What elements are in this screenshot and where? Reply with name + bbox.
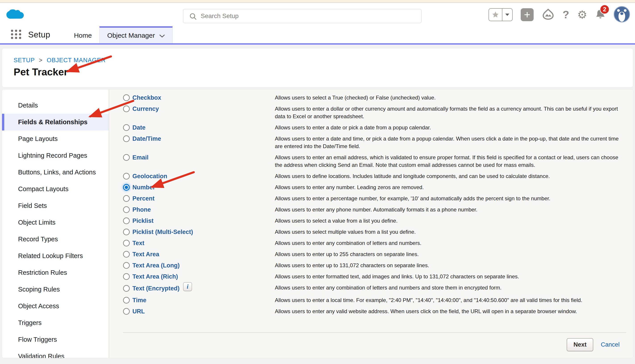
field-type-option: Text Area (Long) (123, 262, 275, 269)
object-sidebar: Details Fields & Relationships Page Layo… (2, 90, 109, 358)
info-icon[interactable]: i (183, 282, 192, 291)
add-icon[interactable] (521, 8, 534, 21)
search-input[interactable] (183, 9, 422, 23)
sidebar-item-page-layouts[interactable]: Page Layouts (2, 130, 109, 147)
field-type-label[interactable]: Number (132, 184, 155, 191)
sidebar-item-restriction-rules[interactable]: Restriction Rules (2, 264, 109, 281)
field-type-label[interactable]: Date (132, 124, 146, 131)
trailhead-icon[interactable] (542, 8, 555, 21)
radio-text-area[interactable] (123, 251, 130, 258)
field-type-option: Time (123, 296, 275, 304)
help-icon[interactable]: ? (563, 9, 569, 20)
field-type-description: Allows users to enter a date or pick a d… (275, 124, 626, 131)
app-launcher-icon[interactable] (10, 28, 22, 41)
favorites-split-button (489, 8, 513, 21)
radio-text[interactable] (123, 240, 130, 246)
radio-url[interactable] (123, 308, 130, 315)
field-type-label[interactable]: Text (132, 239, 144, 247)
radio-email[interactable] (123, 154, 130, 161)
avatar[interactable] (613, 6, 630, 24)
field-type-row-date: Date Allows users to enter a date or pic… (123, 124, 626, 135)
field-type-label[interactable]: Text Area (Long) (132, 262, 180, 269)
sidebar-item-details[interactable]: Details (2, 97, 109, 114)
salesforce-cloud-logo[interactable] (6, 8, 25, 22)
field-type-description: Allows users to enter a date and time, o… (275, 135, 626, 150)
field-type-label[interactable]: Time (132, 296, 146, 304)
radio-number[interactable] (123, 184, 130, 191)
favorites-dropdown-icon[interactable] (502, 9, 512, 21)
field-type-label[interactable]: Picklist (132, 217, 154, 224)
field-type-label[interactable]: Text (Encrypted) (132, 284, 179, 292)
sidebar-item-label: Validation Rules (18, 352, 64, 358)
sidebar-item-scoping-rules[interactable]: Scoping Rules (2, 281, 109, 298)
radio-date[interactable] (123, 124, 130, 131)
field-type-option: Geolocation (123, 172, 275, 180)
field-type-description: Allows users to enter up to 131,072 char… (275, 262, 626, 269)
field-type-option: Percent (123, 195, 275, 202)
setup-gear-icon[interactable]: ⚙ (577, 9, 587, 20)
search-icon (189, 13, 197, 21)
notification-bell-icon[interactable]: 2 (595, 9, 605, 20)
cancel-link[interactable]: Cancel (601, 341, 619, 348)
sidebar-item-label: Details (18, 102, 38, 109)
radio-currency[interactable] (123, 106, 130, 112)
field-type-label[interactable]: Checkbox (132, 94, 161, 102)
sidebar-item-fields-relationships[interactable]: Fields & Relationships (2, 114, 109, 130)
field-type-option: Text Area (123, 250, 275, 258)
favorites-star-icon[interactable] (489, 9, 502, 21)
radio-checkbox[interactable] (123, 94, 130, 101)
radio-text-area-long[interactable] (123, 262, 130, 269)
sidebar-item-object-limits[interactable]: Object Limits (2, 214, 109, 231)
field-type-label[interactable]: Phone (132, 206, 151, 214)
field-type-label[interactable]: Geolocation (132, 172, 167, 180)
breadcrumb-setup-link[interactable]: SETUP (14, 57, 35, 64)
sidebar-item-label: Page Layouts (18, 135, 58, 142)
field-type-label[interactable]: Date/Time (132, 135, 161, 142)
breadcrumb-object-manager-link[interactable]: OBJECT MANAGER (47, 57, 106, 64)
field-type-label[interactable]: Percent (132, 195, 155, 202)
field-type-row-picklist-multi-select: Picklist (Multi-Select) Allows users to … (123, 228, 626, 239)
setup-nav-bar: Setup Home Object Manager (0, 26, 635, 44)
sidebar-item-label: Fields & Relationships (18, 118, 88, 126)
sidebar-item-flow-triggers[interactable]: Flow Triggers (2, 331, 109, 348)
sidebar-item-object-access[interactable]: Object Access (2, 298, 109, 314)
field-type-label[interactable]: URL (132, 308, 145, 315)
global-header: ? ⚙ 2 (0, 3, 635, 26)
sidebar-item-lightning-record-pages[interactable]: Lightning Record Pages (2, 147, 109, 164)
field-type-description: Allows users to enter any number. Leadin… (275, 184, 626, 191)
sidebar-item-label: Triggers (18, 319, 42, 326)
field-type-row-time: Time Allows users to enter a local time.… (123, 296, 626, 308)
field-type-label[interactable]: Text Area (132, 250, 159, 258)
sidebar-item-label: Scoping Rules (18, 286, 60, 293)
field-type-row-text-area: Text Area Allows users to enter up to 25… (123, 250, 626, 262)
breadcrumb-separator: > (39, 57, 43, 64)
tab-home[interactable]: Home (66, 26, 99, 43)
sidebar-item-validation-rules[interactable]: Validation Rules (2, 348, 109, 358)
radio-text-area-rich[interactable] (123, 273, 130, 280)
os-top-strip (0, 0, 635, 3)
tab-object-manager[interactable]: Object Manager (99, 26, 172, 43)
field-type-label[interactable]: Currency (132, 105, 159, 113)
field-type-label[interactable]: Text Area (Rich) (132, 273, 178, 280)
radio-time[interactable] (123, 297, 130, 304)
sidebar-item-field-sets[interactable]: Field Sets (2, 198, 109, 214)
radio-phone[interactable] (123, 206, 130, 213)
sidebar-item-related-lookup-filters[interactable]: Related Lookup Filters (2, 248, 109, 264)
sidebar-item-buttons-links-and-actions[interactable]: Buttons, Links, and Actions (2, 164, 109, 181)
sidebar-item-record-types[interactable]: Record Types (2, 231, 109, 248)
object-content-card: Details Fields & Relationships Page Layo… (2, 89, 633, 358)
radio-picklist-multi-select[interactable] (123, 228, 130, 235)
radio-picklist[interactable] (123, 218, 130, 224)
field-type-label[interactable]: Picklist (Multi-Select) (132, 228, 193, 236)
field-type-label[interactable]: Email (132, 154, 148, 161)
radio-percent[interactable] (123, 195, 130, 202)
field-type-option: Picklist (123, 217, 275, 224)
next-button[interactable]: Next (567, 338, 593, 351)
sidebar-item-compact-layouts[interactable]: Compact Layouts (2, 181, 109, 198)
sidebar-item-label: Restriction Rules (18, 269, 67, 276)
radio-text-encrypted[interactable] (123, 285, 130, 292)
radio-date-time[interactable] (123, 136, 130, 142)
radio-geolocation[interactable] (123, 173, 130, 180)
field-type-option: Date/Time (123, 135, 275, 142)
sidebar-item-triggers[interactable]: Triggers (2, 314, 109, 331)
